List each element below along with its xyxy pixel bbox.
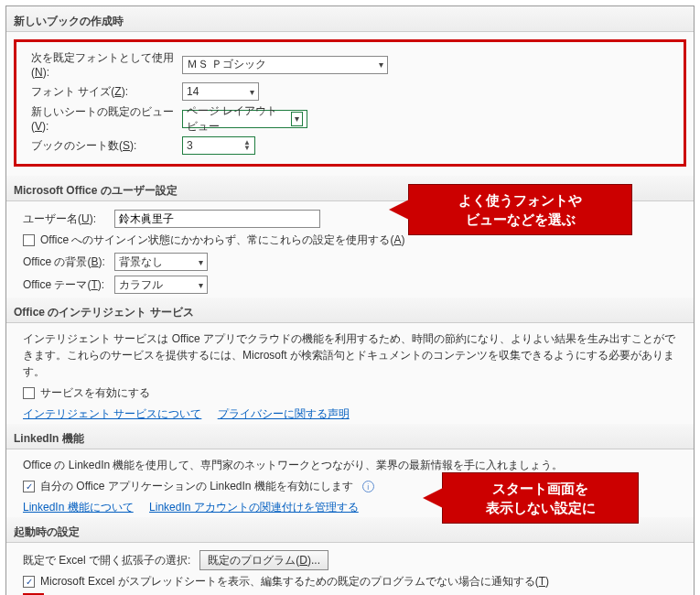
chevron-down-icon: ▾	[199, 257, 203, 267]
chevron-down-icon: ▾	[379, 60, 383, 70]
username-label: ユーザー名(U):	[23, 211, 114, 227]
notify-default-checkbox[interactable]	[23, 576, 35, 588]
default-font-select[interactable]: ＭＳ Ｐゴシック ▾	[182, 56, 388, 74]
linkedin-manage-link[interactable]: LinkedIn アカウントの関連付けを管理する	[149, 501, 359, 514]
font-size-select[interactable]: 14 ▾	[182, 82, 259, 101]
default-view-label: 新しいシートの既定のビュー(V):	[31, 104, 182, 133]
callout-arrow-icon	[423, 488, 443, 508]
callout-font-view: よく使うフォントや ビューなどを選ぶ	[408, 184, 632, 235]
ext-label: 既定で Excel で開く拡張子の選択:	[23, 553, 190, 568]
linkedin-desc: Office の LinkedIn 機能を使用して、専門家のネットワークとつなが…	[23, 457, 677, 473]
callout-start-screen: スタート画面を 表示しない設定に	[442, 472, 639, 524]
chevron-down-icon: ▾	[291, 112, 303, 126]
office-theme-label: Office テーマ(T):	[23, 277, 114, 293]
linkedin-enable-label: 自分の Office アプリケーションの LinkedIn 機能を有効にします	[40, 479, 353, 494]
intelligent-enable-checkbox[interactable]	[23, 387, 35, 399]
always-use-checkbox[interactable]	[23, 234, 35, 246]
section-linkedin: LinkedIn 機能	[6, 424, 694, 449]
stepper-arrows-icon[interactable]: ▲▼	[243, 140, 251, 151]
intelligent-desc: インテリジェント サービスは Office アプリでクラウドの機能を利用するため…	[23, 330, 677, 380]
default-programs-button[interactable]: 既定のプログラム(D)...	[199, 550, 328, 570]
intelligent-about-link[interactable]: インテリジェント サービスについて	[23, 407, 201, 420]
username-input[interactable]	[114, 210, 320, 228]
privacy-link[interactable]: プライバシーに関する声明	[218, 407, 350, 420]
always-use-label: Office へのサインイン状態にかかわらず、常にこれらの設定を使用する(A)	[40, 233, 404, 248]
office-theme-select[interactable]: カラフル▾	[114, 276, 208, 294]
default-font-label: 次を既定フォントとして使用(N):	[31, 50, 182, 79]
section-intelligent: Office のインテリジェント サービス	[6, 298, 694, 323]
default-view-select[interactable]: ページ レイアウト ビュー ▾	[182, 110, 307, 128]
notify-default-label: Microsoft Excel がスプレッドシートを表示、編集するための既定のプ…	[40, 574, 549, 590]
chevron-down-icon: ▾	[250, 87, 254, 97]
linkedin-enable-checkbox[interactable]	[23, 481, 35, 492]
newbook-highlight-box: 次を既定フォントとして使用(N): ＭＳ Ｐゴシック ▾ フォント サイズ(Z)…	[14, 39, 686, 167]
chevron-down-icon: ▾	[199, 280, 203, 290]
info-icon[interactable]: i	[362, 481, 374, 492]
font-size-label: フォント サイズ(Z):	[31, 84, 182, 100]
office-bg-select[interactable]: 背景なし▾	[114, 253, 208, 271]
sheet-count-stepper[interactable]: 3 ▲▼	[182, 136, 255, 155]
linkedin-about-link[interactable]: LinkedIn 機能について	[23, 501, 134, 514]
office-bg-label: Office の背景(B):	[23, 254, 114, 270]
sheet-count-label: ブックのシート数(S):	[31, 138, 182, 154]
section-newbook: 新しいブックの作成時	[6, 6, 694, 32]
intelligent-enable-label: サービスを有効にする	[40, 385, 150, 401]
callout-arrow-icon	[389, 200, 409, 220]
